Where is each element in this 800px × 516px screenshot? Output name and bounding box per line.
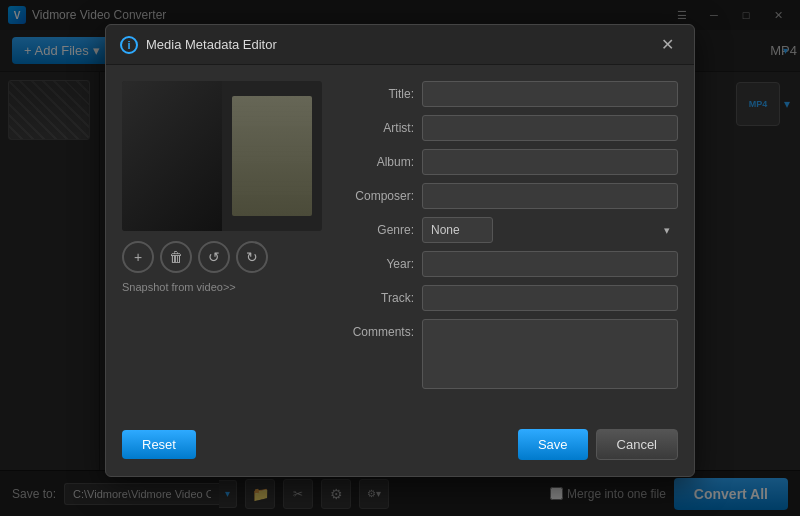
year-row: Year: xyxy=(342,251,678,277)
redo-button[interactable]: ↻ xyxy=(236,241,268,273)
title-row: Title: xyxy=(342,81,678,107)
cancel-button[interactable]: Cancel xyxy=(596,429,678,460)
comments-label: Comments: xyxy=(342,319,422,339)
thumb-left-half xyxy=(122,81,222,231)
dialog-header: i Media Metadata Editor ✕ xyxy=(106,25,694,65)
undo-icon: ↺ xyxy=(208,249,220,265)
composer-input[interactable] xyxy=(422,183,678,209)
dialog-title: Media Metadata Editor xyxy=(146,37,655,52)
album-label: Album: xyxy=(342,155,422,169)
dialog-action-buttons: Save Cancel xyxy=(518,429,678,460)
album-row: Album: xyxy=(342,149,678,175)
genre-label: Genre: xyxy=(342,223,422,237)
dialog-close-button[interactable]: ✕ xyxy=(655,33,680,56)
dialog-thumbnail-panel: + 🗑 ↺ ↻ Snapshot from video>> xyxy=(122,81,322,397)
delete-cover-button[interactable]: 🗑 xyxy=(160,241,192,273)
artist-row: Artist: xyxy=(342,115,678,141)
genre-row: Genre: None Rock Pop Jazz Classical Elec… xyxy=(342,217,678,243)
reset-button[interactable]: Reset xyxy=(122,430,196,459)
thumb-photo xyxy=(232,96,312,216)
genre-select[interactable]: None Rock Pop Jazz Classical Electronic … xyxy=(422,217,493,243)
composer-row: Composer: xyxy=(342,183,678,209)
dialog-body: + 🗑 ↺ ↻ Snapshot from video>> xyxy=(106,65,694,413)
title-label: Title: xyxy=(342,87,422,101)
thumb-controls: + 🗑 ↺ ↻ xyxy=(122,241,322,273)
genre-select-wrap: None Rock Pop Jazz Classical Electronic … xyxy=(422,217,678,243)
composer-label: Composer: xyxy=(342,189,422,203)
dialog-overlay: i Media Metadata Editor ✕ xyxy=(0,0,800,516)
media-metadata-dialog: i Media Metadata Editor ✕ xyxy=(105,24,695,477)
year-label: Year: xyxy=(342,257,422,271)
thumbnail-preview xyxy=(122,81,322,231)
track-input[interactable] xyxy=(422,285,678,311)
redo-icon: ↻ xyxy=(246,249,258,265)
thumb-right-half xyxy=(222,81,322,231)
artist-label: Artist: xyxy=(342,121,422,135)
info-icon: i xyxy=(120,36,138,54)
delete-icon: 🗑 xyxy=(169,249,183,265)
artist-input[interactable] xyxy=(422,115,678,141)
track-row: Track: xyxy=(342,285,678,311)
dialog-form: Title: Artist: Album: Composer: Genre: xyxy=(342,81,678,397)
undo-button[interactable]: ↺ xyxy=(198,241,230,273)
comments-row: Comments: xyxy=(342,319,678,389)
comments-textarea[interactable] xyxy=(422,319,678,389)
year-input[interactable] xyxy=(422,251,678,277)
dialog-footer: Reset Save Cancel xyxy=(106,417,694,476)
thumbnail-background xyxy=(122,81,322,231)
save-button[interactable]: Save xyxy=(518,429,588,460)
plus-icon: + xyxy=(134,249,142,265)
add-cover-button[interactable]: + xyxy=(122,241,154,273)
track-label: Track: xyxy=(342,291,422,305)
title-input[interactable] xyxy=(422,81,678,107)
snapshot-link[interactable]: Snapshot from video>> xyxy=(122,281,322,293)
album-input[interactable] xyxy=(422,149,678,175)
